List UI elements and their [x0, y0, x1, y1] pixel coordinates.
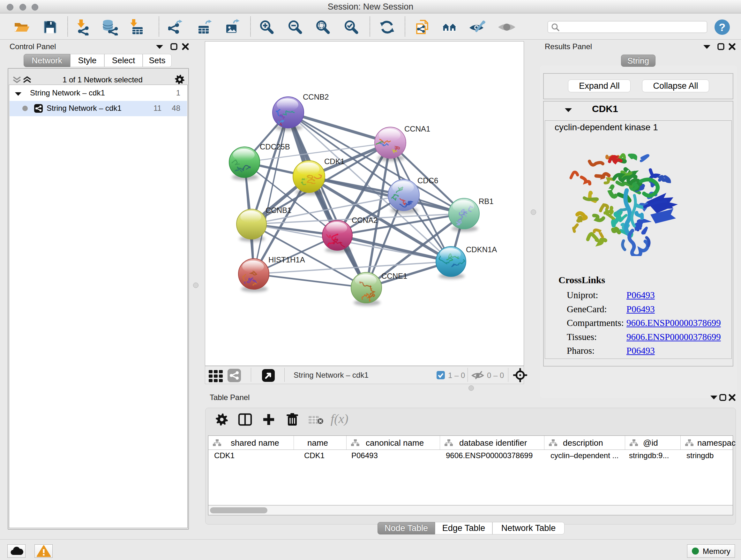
svg-text:CDKN1A: CDKN1A: [466, 245, 497, 254]
svg-text:CDC6: CDC6: [417, 176, 438, 185]
svg-text:CCNB2: CCNB2: [303, 92, 329, 101]
svg-text:HIST1H1A: HIST1H1A: [268, 255, 305, 264]
svg-text:CDK1: CDK1: [324, 157, 345, 166]
svg-text:CCNB1: CCNB1: [266, 206, 291, 214]
svg-text:RB1: RB1: [479, 197, 494, 206]
svg-text:?: ?: [719, 21, 726, 33]
svg-text:CCNA1: CCNA1: [404, 125, 430, 133]
svg-text:CCNE1: CCNE1: [381, 272, 407, 280]
svg-text:CCNA2: CCNA2: [352, 216, 378, 225]
svg-text:CDC25B: CDC25B: [260, 142, 290, 151]
